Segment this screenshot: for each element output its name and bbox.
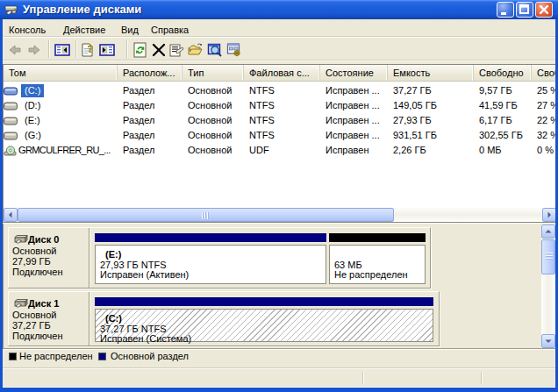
volume-status: Исправен	[320, 143, 388, 158]
scroll-down-button[interactable]	[541, 334, 555, 348]
disk-size: 27,99 ГБ	[12, 256, 51, 267]
vertical-scrollbar-thumb[interactable]	[541, 239, 555, 274]
window-border-left	[0, 0, 3, 392]
scroll-right-button[interactable]	[542, 208, 555, 222]
volume-capacity: 37,27 ГБ	[388, 83, 474, 98]
context-help-button[interactable]: ?	[80, 42, 96, 58]
volume-fs: NTFS	[244, 98, 320, 113]
close-button[interactable]	[535, 2, 553, 18]
volume-free-pct: 27 %	[532, 98, 555, 113]
volume-location: Раздел	[118, 143, 182, 158]
show-action-pane-button[interactable]	[99, 42, 115, 58]
disk-status: Подключен	[12, 331, 63, 341]
column-header-location[interactable]: Располож...	[118, 65, 182, 81]
status-divider-1	[362, 372, 364, 384]
volume-free: 0 МБ	[474, 143, 532, 158]
toolbar-separator-3	[126, 40, 128, 58]
disk-name: Диск 1	[28, 298, 59, 309]
forward-button[interactable]	[26, 42, 42, 58]
help-settings-button[interactable]	[226, 42, 242, 58]
cd-icon	[4, 146, 18, 156]
status-bar	[3, 367, 555, 387]
disk-0-row: Диск 0 Основной 27,99 ГБ Подключен (E:) …	[8, 227, 431, 289]
volume-cell: (E:)	[4, 113, 118, 128]
column-header-fs[interactable]: Файловая с...	[244, 65, 320, 81]
title-bar: Управление дисками	[0, 0, 558, 19]
column-header-status[interactable]: Состояние	[320, 65, 388, 81]
drive-icon	[4, 101, 18, 111]
volume-name[interactable]: GRMCULFRER_RU_...	[18, 144, 111, 157]
volume-name[interactable]: (G:)	[21, 129, 45, 142]
volume-status: Исправен ...	[320, 113, 388, 128]
scroll-left-button[interactable]	[4, 208, 18, 222]
drive-icon	[4, 131, 18, 141]
volume-row-d[interactable]: (D:) Раздел Основной NTFS Исправен ... 1…	[4, 98, 555, 113]
volume-free-pct: 32 %	[532, 128, 555, 143]
volume-list-header: Том Располож... Тип Файловая с... Состоя…	[4, 65, 555, 82]
arrow-right-icon	[543, 209, 555, 221]
partition-unallocated[interactable]: 63 МБ Не распределен	[329, 228, 426, 288]
column-header-free[interactable]: Свободно	[474, 65, 532, 81]
menu-bar: Консоль Действие Вид Справка	[3, 19, 555, 38]
disk-name: Диск 0	[28, 234, 59, 245]
arrow-left-icon	[4, 209, 17, 221]
window-border-bottom	[0, 388, 558, 392]
partition-c[interactable]: (C:) 37,27 ГБ NTFS Исправен (Система)	[95, 292, 433, 346]
volume-free-pct: 0 %	[532, 143, 555, 158]
volume-type: Основной	[182, 98, 244, 113]
volume-name[interactable]: (E:)	[21, 114, 44, 127]
scroll-up-button[interactable]	[541, 225, 555, 239]
column-header-capacity[interactable]: Емкость	[388, 65, 474, 81]
delete-button[interactable]	[151, 42, 167, 58]
volume-name[interactable]: (C:)	[21, 84, 44, 97]
column-header-volume[interactable]: Том	[4, 65, 118, 81]
maximize-button[interactable]	[516, 2, 533, 18]
legend-swatch-unallocated	[9, 353, 17, 360]
volume-capacity: 2,26 ГБ	[388, 143, 474, 158]
volume-row-grmculfrer[interactable]: GRMCULFRER_RU_... Раздел Основной UDF Ис…	[4, 143, 555, 158]
arrow-down-icon	[542, 335, 554, 347]
back-button[interactable]	[7, 42, 23, 58]
minimize-button[interactable]	[497, 2, 514, 18]
volume-free-pct: 25 %	[532, 83, 555, 98]
volume-name[interactable]: (D:)	[21, 99, 44, 112]
view-button[interactable]	[207, 42, 223, 58]
partition-color-band	[95, 233, 326, 242]
partition-e[interactable]: (E:) 27,93 ГБ NTFS Исправен (Активен)	[95, 228, 326, 288]
volume-cell: (C:)	[4, 83, 118, 98]
hard-disk-icon	[13, 298, 29, 310]
svg-text:?: ?	[88, 43, 93, 55]
volume-row-c[interactable]: (C:) Раздел Основной NTFS Исправен ... 3…	[4, 83, 555, 98]
disk-0-label-panel[interactable]: Диск 0 Основной 27,99 ГБ Подключен	[9, 228, 89, 288]
close-icon	[536, 3, 552, 17]
arrow-up-icon	[542, 225, 554, 238]
disk-1-label-panel[interactable]: Диск 1 Основной 37,27 ГБ Подключен	[9, 292, 89, 346]
maximize-icon	[517, 3, 533, 17]
disk-1-row: Диск 1 Основной 37,27 ГБ Подключен (C:) …	[8, 291, 440, 346]
disk-size: 37,27 ГБ	[12, 320, 51, 331]
volume-fs: NTFS	[244, 128, 320, 143]
partition-body-selected: (C:) 37,27 ГБ NTFS Исправен (Система)	[95, 309, 433, 342]
partition-color-band	[95, 297, 433, 306]
legend-label-unallocated: Не распределен	[19, 351, 93, 362]
toolbar-separator-highlight	[3, 61, 555, 61]
volume-location: Раздел	[118, 83, 182, 98]
show-console-tree-button[interactable]	[54, 42, 70, 58]
horizontal-scrollbar-thumb[interactable]	[18, 208, 394, 222]
toolbar-separator-1	[48, 40, 50, 58]
scrollbar-grip	[202, 212, 210, 219]
volume-fs: NTFS	[244, 83, 320, 98]
volume-type: Основной	[182, 128, 244, 143]
refresh-button[interactable]	[132, 42, 148, 58]
pane-splitter[interactable]	[3, 222, 555, 224]
open-folder-button[interactable]	[188, 42, 204, 58]
column-header-type[interactable]: Тип	[182, 65, 244, 81]
volume-row-e[interactable]: (E:) Раздел Основной NTFS Исправен ... 2…	[4, 113, 555, 128]
horizontal-scrollbar[interactable]	[4, 208, 555, 222]
column-header-freepct[interactable]: Своб	[532, 65, 555, 81]
legend-swatch-primary	[98, 353, 106, 360]
vertical-scrollbar[interactable]	[541, 225, 555, 348]
volume-capacity: 149,05 ГБ	[388, 98, 474, 113]
volume-row-g[interactable]: (G:) Раздел Основной NTFS Исправен ... 9…	[4, 128, 555, 143]
properties-button[interactable]	[168, 42, 184, 58]
